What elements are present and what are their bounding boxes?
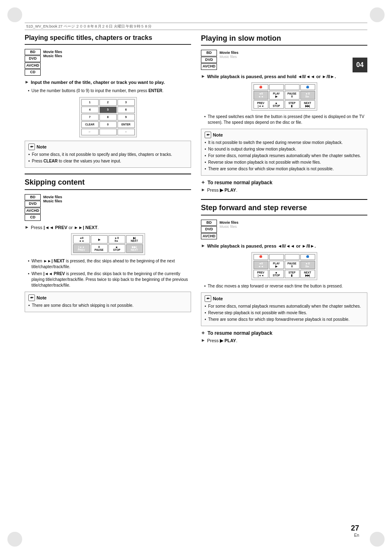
sm-play: PLAY▶ <box>269 91 284 99</box>
badge-dvd-1: DVD <box>25 56 41 62</box>
section2-bullet1: • When ►►| NEXT is pressed, the disc ski… <box>28 258 191 270</box>
step-box: 🔴 🔵 ◄II◄◄ PLAY▶ PAUSEII ►IIII► PREV|◄◄ ■… <box>251 252 317 280</box>
slowmo-diagram: 🔴 🔵 ◄II◄◄ PLAY▶ PAUSEII ►IIII► PREV|◄◄ ■… <box>201 82 367 111</box>
st-sl: ◄II◄◄ <box>254 261 268 269</box>
diamond-1: ✦ <box>201 180 205 185</box>
left-column: Playing specific titles, chapters or tra… <box>25 34 191 529</box>
section1-bullets: • Use the number buttons (0 to 9) to inp… <box>28 88 191 94</box>
note-item-2-1: • There are some discs for which skippin… <box>28 303 187 308</box>
right-section1-title: Playing in slow motion <box>201 34 367 46</box>
badge-dvd-2: DVD <box>25 201 41 207</box>
badge-cd-1: CD <box>25 69 41 76</box>
corner-br <box>370 532 385 547</box>
right-section2-bullet1: • The disc moves a step forward or rever… <box>204 283 367 289</box>
resume-arrow-2: ► <box>201 338 205 343</box>
btn-4: 4 <box>81 107 99 113</box>
section1-bullet1: • Use the number buttons (0 to 9) to inp… <box>28 88 191 94</box>
right-column: Playing in slow motion BD DVD AVCHD Movi… <box>201 34 367 529</box>
disc-badges-1: BD DVD AVCHD CD <box>25 49 41 76</box>
st-play: PLAY▶ <box>269 261 284 269</box>
note-content-4: • For some discs, normal playback resume… <box>205 304 364 322</box>
note-box-3: ✏ Note • It is not possible to switch th… <box>201 129 367 176</box>
btn-clear: CLEAR <box>81 121 99 128</box>
btn-0: 0 <box>99 121 117 128</box>
btn-left: ← <box>81 129 99 135</box>
sm-tm <box>269 84 284 90</box>
right-note-item-3-1: • It is not possible to switch the speed… <box>205 140 364 146</box>
right-note-item-3-3: • For some discs, normal playback resume… <box>205 153 364 159</box>
skip-pause: IIPAUSE <box>91 244 108 253</box>
right-section2-bullets: • The disc moves a step forward or rever… <box>204 283 367 289</box>
st-tm <box>269 254 284 260</box>
skip-stop: ■STOP <box>108 244 125 253</box>
resume-arrow-1: ► <box>201 187 205 192</box>
corner-bl <box>7 532 22 547</box>
right-section1-bullet1: • The speed switches each time the butto… <box>204 114 367 125</box>
sm-next: NEXT▶▶| <box>300 100 315 109</box>
page-number: 27 <box>351 524 359 533</box>
right-disc-badges-2: BD DVD AVCHD <box>201 220 217 240</box>
header-text: 51D_WV_EN.book 27 ページ ２００８年８月２６日 火曜日 午前９… <box>26 24 152 29</box>
note-label-1: Note <box>37 144 46 149</box>
btn-enter: ENTER <box>118 121 135 128</box>
right-divider-1 <box>201 199 367 200</box>
media-movie-1: Movie files <box>43 50 62 54</box>
disc-badges-2: BD DVD AVCHD CD <box>25 194 41 221</box>
skip-diagram: ◄II◄◄ ▶ ►IIII► ▶|NEXT |◄◄PREV IIPAUSE ■S… <box>25 233 191 255</box>
media-music-1: Music files <box>43 54 62 58</box>
slowmo-grid: ◄II◄◄ PLAY▶ PAUSEII ►IIII► PREV|◄◄ ■STOP… <box>254 91 315 109</box>
right-section1-bullets: • The speed switches each time the butto… <box>204 114 367 125</box>
diamond-2: ✦ <box>201 330 205 336</box>
btn-7: 7 <box>81 114 99 121</box>
note-item-1-2: • Press CLEAR to clear the values you ha… <box>28 158 187 164</box>
sm-tr: 🔵 <box>300 84 315 90</box>
right-media-music-2: Music files <box>219 225 238 229</box>
right-note-item-4-2: • Reverse step playback is not possible … <box>205 310 364 316</box>
section1-title: Playing specific titles, chapters or tra… <box>25 34 191 45</box>
st-stepb: STEP▮ <box>285 270 300 278</box>
right-note-item-4-3: • There are some discs for which step fo… <box>205 317 364 322</box>
right-badge-bd-2: BD <box>201 220 217 226</box>
slowmo-grid-top: 🔴 🔵 <box>254 84 315 90</box>
st-next: NEXT▶▶| <box>300 270 315 278</box>
st-tr: 🔵 <box>300 254 315 260</box>
media-music-2: Music files <box>43 199 62 203</box>
badge-avchd-2: AVCHD <box>25 208 41 214</box>
sm-stepb: STEP▮ <box>285 100 300 109</box>
btn-right: ↑ <box>118 129 135 135</box>
header-bar: 51D_WV_EN.book 27 ページ ２００８年８月２６日 火曜日 午前９… <box>25 23 367 30</box>
st-stop: ■STOP <box>269 270 284 278</box>
section1-instr-text: Input the number of the title, chapter o… <box>31 79 165 86</box>
note-item-1-1: • For some discs, it is not possible to … <box>28 152 187 158</box>
step-grid: ◄II◄◄ PLAY▶ PAUSEII ►IIII► PREV|◄◄ ■STOP… <box>254 261 315 278</box>
st-tm2 <box>285 254 300 260</box>
badge-avchd-1: AVCHD <box>25 63 41 69</box>
note-header-4: ✏ Note <box>205 295 364 302</box>
btn-1: 1 <box>81 99 99 106</box>
corner-tl <box>7 7 22 22</box>
skip-grid: ◄II◄◄ ▶ ►IIII► ▶|NEXT |◄◄PREV IIPAUSE ■S… <box>73 235 143 253</box>
right-badge-dvd-2: DVD <box>201 226 217 233</box>
right-section1-instr: ► While playback is paused, press and ho… <box>201 74 367 80</box>
arrow-1: ► <box>25 79 29 84</box>
note-header-2: ✏ Note <box>28 294 187 301</box>
note-icon-2: ✏ <box>28 294 35 301</box>
resume-heading-2: ✦ To resume normal playback <box>201 330 367 336</box>
note-label-3: Note <box>213 132 223 137</box>
sm-tm2 <box>285 84 300 90</box>
right-note-item-3-2: • No sound is output during slow motion … <box>205 146 364 152</box>
note-content-1: • For some discs, it is not possible to … <box>28 152 187 164</box>
sm-stop: ■STOP <box>269 100 284 109</box>
right-badge-avchd-1: AVCHD <box>201 63 217 70</box>
right-note-item-3-4: • Reverse slow motion playback is not po… <box>205 160 364 165</box>
resume-instr-1: ► Press ▶ PLAY. <box>201 187 367 193</box>
main-content: Playing specific titles, chapters or tra… <box>25 34 367 529</box>
resume-heading-1-text: To resume normal playback <box>208 180 272 185</box>
right-section1-instr-text: While playback is paused, press and hold… <box>207 74 336 80</box>
st-prev: PREV|◄◄ <box>254 270 268 278</box>
st-sr: ►IIII► <box>300 261 315 269</box>
note-header-1: ✏ Note <box>28 144 187 150</box>
section1-bullet1-text: Use the number buttons (0 to 9) to input… <box>32 88 164 94</box>
resume-instr-1-text: Press ▶ PLAY. <box>207 187 238 193</box>
note-box-4: ✏ Note • For some discs, normal playback… <box>201 292 367 326</box>
